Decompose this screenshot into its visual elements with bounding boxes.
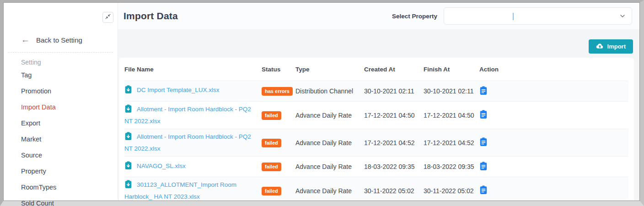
column-header-file-name: File Name [124, 66, 262, 73]
sidebar-item-market[interactable]: Market [4, 131, 118, 147]
action-cell [479, 110, 628, 120]
back-to-setting-label: Back to Setting [36, 36, 82, 44]
toolbar: Import [118, 29, 639, 58]
clipboard-icon [479, 110, 488, 120]
sidebar: ← Back to Setting Setting TagPromotionIm… [4, 3, 118, 201]
clipboard-icon [479, 86, 488, 97]
created-at-cell: 30-11-2022 05:02 [364, 187, 424, 195]
cloud-upload-icon [596, 43, 604, 50]
status-cell: failed [262, 186, 295, 195]
clipboard-icon [479, 162, 488, 172]
column-header-finish-at: Finish At [424, 66, 479, 73]
created-at-cell: 17-12-2021 04:50 [364, 112, 424, 119]
left-arrow-icon: ← [21, 35, 30, 44]
table-header-row: File Name Status Type Created At Finish … [124, 58, 628, 81]
view-log-button[interactable] [479, 110, 488, 120]
created-at-cell: 17-12-2021 04:52 [364, 139, 424, 146]
file-import-icon [124, 161, 132, 173]
column-header-status: Status [262, 66, 295, 73]
status-badge: failed [262, 111, 281, 120]
status-badge: failed [262, 187, 281, 195]
column-header-type: Type [295, 66, 364, 73]
view-log-button[interactable] [479, 162, 488, 172]
status-badge: failed [262, 163, 281, 171]
file-name-link[interactable]: Allotment - Import Room Hardblock - PQ2 … [124, 104, 262, 126]
sidebar-item-promotion[interactable]: Promotion [4, 83, 118, 99]
table-row: Allotment - Import Room Hardblock - PQ2 … [124, 129, 628, 156]
action-cell [479, 185, 628, 196]
page-title: Import Data [123, 11, 178, 22]
table-row: 301123_ALLOTMENT_Import Room Harblock_ H… [124, 177, 628, 201]
created-at-cell: 30-10-2021 02:11 [364, 87, 424, 95]
page-header: Import Data Select Property [118, 3, 639, 29]
action-cell [479, 137, 628, 148]
finish-at-cell: 18-03-2022 09:35 [424, 163, 479, 170]
finish-at-cell: 30-10-2021 02:11 [424, 87, 479, 95]
file-import-icon [124, 132, 132, 144]
status-cell: failed [262, 111, 295, 120]
collapse-sidebar-button[interactable] [102, 12, 113, 23]
clipboard-icon [479, 185, 488, 196]
view-log-button[interactable] [479, 185, 488, 196]
file-import-icon [124, 85, 132, 97]
sidebar-menu: TagPromotionImport DataExportMarketSourc… [4, 67, 118, 206]
type-cell: Advance Daily Rate [295, 139, 364, 146]
column-header-created-at: Created At [364, 66, 424, 73]
file-name-link[interactable]: NAVAGO_SL.xlsx [124, 161, 262, 173]
action-cell [479, 86, 628, 97]
file-name-label: NAVAGO_SL.xlsx [137, 163, 186, 169]
type-cell: Advance Daily Rate [295, 163, 364, 170]
view-log-button[interactable] [479, 86, 488, 97]
property-select-group: Select Property [392, 7, 632, 25]
action-cell [479, 162, 628, 172]
status-cell: failed [262, 162, 295, 171]
column-header-action: Action [479, 66, 628, 73]
table-body: DC Import Template_LUX.xlsx has errors D… [124, 81, 628, 201]
sidebar-item-tag[interactable]: Tag [4, 67, 118, 83]
sidebar-item-property[interactable]: Property [4, 163, 118, 179]
import-button[interactable]: Import [589, 39, 633, 54]
import-button-label: Import [607, 43, 626, 50]
finish-at-cell: 17-12-2021 04:50 [424, 112, 479, 119]
file-name-label: 301123_ALLOTMENT_Import Room Harblock_ H… [124, 181, 236, 200]
file-name-link[interactable]: DC Import Template_LUX.xlsx [124, 85, 262, 97]
main-content: Import Data Select Property [118, 3, 639, 201]
chevron-down-icon [619, 12, 626, 22]
status-badge: failed [262, 139, 281, 147]
status-cell: has errors [262, 87, 295, 96]
table-row: NAVAGO_SL.xlsx failed Advance Daily Rate… [124, 156, 628, 177]
file-import-icon [124, 180, 132, 192]
back-to-setting-button[interactable]: ← Back to Setting [21, 36, 118, 44]
collapse-icon [105, 13, 111, 22]
file-name-label: DC Import Template_LUX.xlsx [137, 87, 220, 93]
sidebar-item-sold-count[interactable]: Sold Count [4, 195, 118, 206]
created-at-cell: 18-03-2022 09:35 [364, 163, 424, 170]
window-frame: ← Back to Setting Setting TagPromotionIm… [0, 0, 644, 206]
clipboard-icon [479, 137, 488, 148]
app: ← Back to Setting Setting TagPromotionIm… [4, 3, 639, 201]
sidebar-item-export[interactable]: Export [4, 115, 118, 131]
sidebar-item-roomtypes[interactable]: RoomTypes [4, 179, 118, 195]
select-property-dropdown[interactable] [444, 7, 632, 25]
finish-at-cell: 17-12-2021 04:52 [424, 139, 479, 146]
text-caret [513, 13, 514, 20]
file-name-label: Allotment - Import Room Hardblock - PQ2 … [124, 133, 251, 152]
file-name-link[interactable]: 301123_ALLOTMENT_Import Room Harblock_ H… [124, 180, 262, 201]
imports-table-card: File Name Status Type Created At Finish … [119, 58, 634, 201]
table-row: Allotment - Import Room Hardblock - PQ2 … [124, 101, 628, 129]
sidebar-item-import-data[interactable]: Import Data [4, 99, 118, 115]
finish-at-cell: 30-11-2022 05:02 [424, 187, 479, 195]
view-log-button[interactable] [479, 137, 488, 148]
sidebar-item-source[interactable]: Source [4, 147, 118, 163]
sidebar-section-label: Setting [4, 53, 118, 67]
type-cell: Advance Daily Rate [295, 112, 364, 119]
type-cell: Advance Daily Rate [295, 187, 364, 195]
file-import-icon [124, 104, 132, 116]
status-badge: has errors [262, 87, 293, 96]
file-name-label: Allotment - Import Room Hardblock - PQ2 … [124, 106, 251, 125]
select-property-label: Select Property [392, 13, 437, 20]
table-row: DC Import Template_LUX.xlsx has errors D… [124, 81, 628, 101]
file-name-link[interactable]: Allotment - Import Room Hardblock - PQ2 … [124, 132, 262, 153]
type-cell: Distribution Channel [295, 87, 364, 95]
status-cell: failed [262, 138, 295, 147]
